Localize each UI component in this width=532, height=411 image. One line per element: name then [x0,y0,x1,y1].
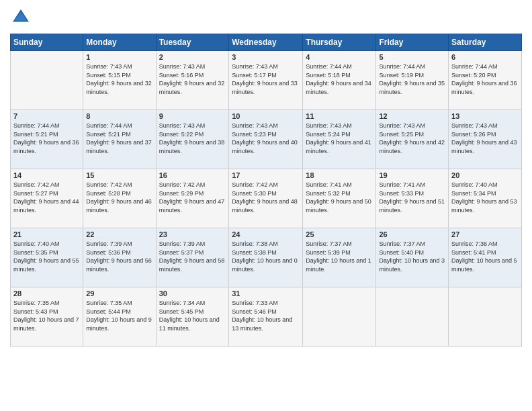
header-cell-tuesday: Tuesday [156,34,229,51]
calendar-cell: 13Sunrise: 7:43 AMSunset: 5:26 PMDayligh… [449,110,522,169]
day-number: 5 [379,53,445,61]
week-row-5: 28Sunrise: 7:35 AMSunset: 5:43 PMDayligh… [11,287,522,347]
day-number: 25 [306,230,373,238]
day-number: 10 [232,112,300,120]
day-info: Sunrise: 7:35 AMSunset: 5:44 PMDaylight:… [86,299,152,332]
day-info: Sunrise: 7:40 AMSunset: 5:34 PMDaylight:… [451,181,519,214]
calendar-cell: 18Sunrise: 7:41 AMSunset: 5:32 PMDayligh… [303,169,376,228]
day-number: 6 [451,53,519,61]
day-info: Sunrise: 7:43 AMSunset: 5:15 PMDaylight:… [86,62,152,96]
day-info: Sunrise: 7:44 AMSunset: 5:21 PMDaylight:… [13,122,80,155]
day-info: Sunrise: 7:43 AMSunset: 5:25 PMDaylight:… [379,122,445,155]
day-info: Sunrise: 7:38 AMSunset: 5:38 PMDaylight:… [232,240,300,273]
day-number: 2 [159,53,226,61]
week-row-3: 14Sunrise: 7:42 AMSunset: 5:27 PMDayligh… [11,169,522,228]
day-number: 16 [159,171,226,179]
header-row: SundayMondayTuesdayWednesdayThursdayFrid… [11,34,522,51]
calendar-cell: 30Sunrise: 7:34 AMSunset: 5:45 PMDayligh… [156,287,229,347]
day-info: Sunrise: 7:43 AMSunset: 5:16 PMDaylight:… [159,62,226,96]
day-info: Sunrise: 7:42 AMSunset: 5:29 PMDaylight:… [159,181,226,214]
day-number: 12 [379,112,445,120]
calendar-cell: 4Sunrise: 7:44 AMSunset: 5:18 PMDaylight… [303,51,376,110]
day-number: 21 [13,230,80,238]
day-number: 24 [232,230,300,238]
calendar-cell: 19Sunrise: 7:41 AMSunset: 5:33 PMDayligh… [376,169,449,228]
day-number: 30 [159,289,226,298]
day-number: 8 [86,112,152,120]
week-row-1: 1Sunrise: 7:43 AMSunset: 5:15 PMDaylight… [11,51,522,110]
calendar-cell: 16Sunrise: 7:42 AMSunset: 5:29 PMDayligh… [156,169,229,228]
calendar-cell [303,287,376,347]
day-info: Sunrise: 7:39 AMSunset: 5:37 PMDaylight:… [159,240,226,273]
calendar-cell: 11Sunrise: 7:43 AMSunset: 5:24 PMDayligh… [303,110,376,169]
page: SundayMondayTuesdayWednesdayThursdayFrid… [0,0,532,411]
day-info: Sunrise: 7:43 AMSunset: 5:22 PMDaylight:… [159,122,226,155]
calendar-cell: 29Sunrise: 7:35 AMSunset: 5:44 PMDayligh… [83,287,156,347]
day-number: 19 [379,171,445,179]
day-info: Sunrise: 7:43 AMSunset: 5:26 PMDaylight:… [451,122,519,155]
day-number: 18 [306,171,373,179]
calendar-cell: 21Sunrise: 7:40 AMSunset: 5:35 PMDayligh… [11,228,83,287]
calendar-cell [11,51,83,110]
day-info: Sunrise: 7:41 AMSunset: 5:33 PMDaylight:… [379,181,445,214]
week-row-4: 21Sunrise: 7:40 AMSunset: 5:35 PMDayligh… [11,228,522,287]
day-info: Sunrise: 7:41 AMSunset: 5:32 PMDaylight:… [306,181,373,214]
day-info: Sunrise: 7:44 AMSunset: 5:18 PMDaylight:… [306,62,373,96]
day-number: 7 [13,112,80,120]
day-number: 31 [232,289,300,298]
calendar-cell: 8Sunrise: 7:44 AMSunset: 5:21 PMDaylight… [83,110,156,169]
calendar-cell: 25Sunrise: 7:37 AMSunset: 5:39 PMDayligh… [303,228,376,287]
day-info: Sunrise: 7:42 AMSunset: 5:30 PMDaylight:… [232,181,300,214]
calendar-cell: 1Sunrise: 7:43 AMSunset: 5:15 PMDaylight… [83,51,156,110]
week-row-2: 7Sunrise: 7:44 AMSunset: 5:21 PMDaylight… [11,110,522,169]
calendar-cell: 14Sunrise: 7:42 AMSunset: 5:27 PMDayligh… [11,169,83,228]
day-number: 11 [306,112,373,120]
day-info: Sunrise: 7:44 AMSunset: 5:19 PMDaylight:… [379,62,445,96]
header [10,7,522,28]
logo-icon [10,7,32,28]
day-number: 26 [379,230,445,238]
day-number: 14 [13,171,80,179]
calendar-cell: 28Sunrise: 7:35 AMSunset: 5:43 PMDayligh… [11,287,83,347]
day-number: 9 [159,112,226,120]
day-number: 27 [451,230,519,238]
header-cell-saturday: Saturday [449,34,522,51]
calendar-cell: 10Sunrise: 7:43 AMSunset: 5:23 PMDayligh… [229,110,303,169]
calendar-cell [449,287,522,347]
header-cell-monday: Monday [83,34,156,51]
calendar-cell: 22Sunrise: 7:39 AMSunset: 5:36 PMDayligh… [83,228,156,287]
calendar-cell: 7Sunrise: 7:44 AMSunset: 5:21 PMDaylight… [11,110,83,169]
calendar-cell [376,287,449,347]
calendar-cell: 15Sunrise: 7:42 AMSunset: 5:28 PMDayligh… [83,169,156,228]
day-number: 3 [232,53,300,61]
day-info: Sunrise: 7:44 AMSunset: 5:20 PMDaylight:… [451,62,519,96]
day-number: 15 [86,171,152,179]
header-cell-wednesday: Wednesday [229,34,303,51]
calendar-table: SundayMondayTuesdayWednesdayThursdayFrid… [10,34,522,347]
calendar-cell: 9Sunrise: 7:43 AMSunset: 5:22 PMDaylight… [156,110,229,169]
day-number: 20 [451,171,519,179]
day-info: Sunrise: 7:35 AMSunset: 5:43 PMDaylight:… [13,299,80,332]
day-number: 17 [232,171,300,179]
day-number: 22 [86,230,152,238]
calendar-cell: 20Sunrise: 7:40 AMSunset: 5:34 PMDayligh… [449,169,522,228]
day-number: 1 [86,53,152,61]
day-info: Sunrise: 7:37 AMSunset: 5:39 PMDaylight:… [306,240,373,273]
calendar-cell: 31Sunrise: 7:33 AMSunset: 5:46 PMDayligh… [229,287,303,347]
header-cell-sunday: Sunday [11,34,83,51]
day-info: Sunrise: 7:42 AMSunset: 5:28 PMDaylight:… [86,181,152,214]
logo [10,7,34,28]
day-info: Sunrise: 7:43 AMSunset: 5:17 PMDaylight:… [232,62,300,96]
calendar-cell: 26Sunrise: 7:37 AMSunset: 5:40 PMDayligh… [376,228,449,287]
calendar-cell: 12Sunrise: 7:43 AMSunset: 5:25 PMDayligh… [376,110,449,169]
day-number: 29 [86,289,152,298]
day-info: Sunrise: 7:33 AMSunset: 5:46 PMDaylight:… [232,299,300,332]
day-number: 13 [451,112,519,120]
day-info: Sunrise: 7:39 AMSunset: 5:36 PMDaylight:… [86,240,152,273]
day-number: 23 [159,230,226,238]
calendar-cell: 23Sunrise: 7:39 AMSunset: 5:37 PMDayligh… [156,228,229,287]
day-info: Sunrise: 7:34 AMSunset: 5:45 PMDaylight:… [159,299,226,332]
header-cell-thursday: Thursday [303,34,376,51]
calendar-cell: 17Sunrise: 7:42 AMSunset: 5:30 PMDayligh… [229,169,303,228]
day-info: Sunrise: 7:37 AMSunset: 5:40 PMDaylight:… [379,240,445,273]
